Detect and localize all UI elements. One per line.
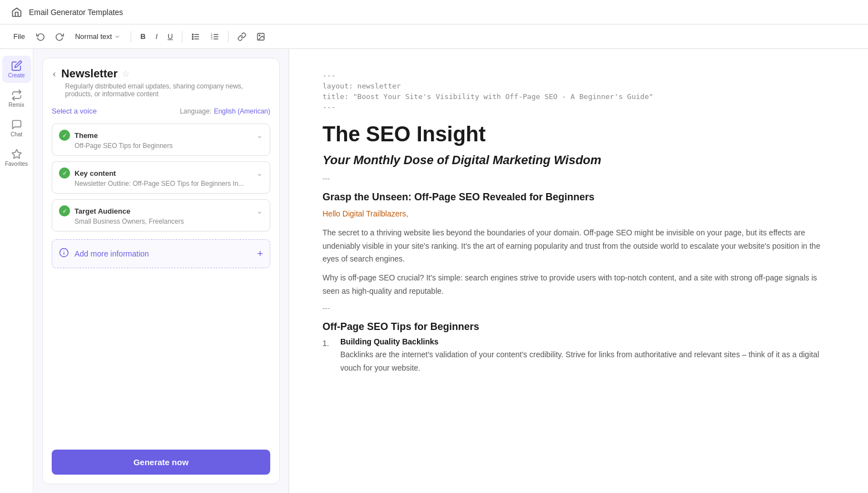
- underline-button[interactable]: U: [164, 30, 176, 43]
- key-content-value: Newsletter Outline: Off-Page SEO Tips fo…: [75, 180, 263, 188]
- italic-button[interactable]: I: [152, 30, 161, 43]
- content-sep-2: ---: [323, 304, 835, 312]
- content-sep-1: ---: [323, 174, 835, 183]
- field-theme-header: ✓ Theme ⌄: [59, 130, 263, 141]
- svg-text:3: 3: [211, 37, 212, 40]
- sidebar-label-remix: Remix: [8, 102, 24, 108]
- sidebar-label-chat: Chat: [11, 131, 22, 137]
- content-greeting: Hello Digital Trailblazers,: [323, 208, 835, 221]
- target-audience-chevron-icon: ⌄: [256, 206, 263, 215]
- sidebar-item-chat[interactable]: Chat: [2, 115, 31, 142]
- back-button[interactable]: ‹: [52, 68, 57, 80]
- field-target-audience[interactable]: ✓ Target Audience ⌄ Small Business Owner…: [52, 199, 270, 231]
- theme-check-icon: ✓: [59, 130, 70, 141]
- target-audience-label: Target Audience: [75, 207, 252, 215]
- tip-1-content: Building Quality Backlinks Backlinks are…: [340, 337, 835, 381]
- tip-1-label: Building Quality Backlinks: [340, 337, 835, 346]
- icon-sidebar: Create Remix Chat Favorites: [0, 49, 33, 493]
- theme-value: Off-Page SEO Tips for Beginners: [75, 142, 263, 150]
- numbered-list-button[interactable]: 1 2 3: [207, 30, 222, 43]
- field-theme[interactable]: ✓ Theme ⌄ Off-Page SEO Tips for Beginner…: [52, 124, 270, 156]
- left-panel: ‹ Newsletter ☆ Regularly distributed ema…: [33, 49, 289, 493]
- content-subtitle: Your Monthly Dose of Digital Marketing W…: [323, 153, 835, 167]
- panel-title: Newsletter: [61, 67, 117, 80]
- tip-1-num: 1.: [323, 337, 336, 375]
- svg-marker-14: [12, 150, 21, 159]
- svg-point-5: [192, 38, 193, 40]
- content-area: --- layout: newsletter title: "Boost You…: [289, 49, 868, 493]
- file-menu[interactable]: File: [9, 30, 29, 43]
- language-info: Language: English (American): [180, 106, 270, 116]
- top-bar: Email Generator Templates: [0, 0, 868, 24]
- key-content-label: Key content: [75, 169, 252, 178]
- style-label: Normal text: [75, 32, 112, 41]
- add-info-button[interactable]: Add more information +: [52, 239, 270, 268]
- target-audience-value: Small Business Owners, Freelancers: [75, 218, 263, 225]
- image-button[interactable]: [253, 30, 269, 43]
- content-meta-1: ---: [323, 71, 835, 80]
- theme-label: Theme: [75, 131, 252, 140]
- main-layout: Create Remix Chat Favorites ‹ N: [0, 49, 868, 493]
- sidebar-label-create: Create: [8, 72, 24, 78]
- field-target-audience-header: ✓ Target Audience ⌄: [59, 205, 263, 216]
- toolbar-separator-2: [182, 31, 182, 42]
- toolbar-separator-3: [228, 31, 229, 42]
- add-info-plus-icon: +: [257, 248, 263, 260]
- sidebar-item-favorites[interactable]: Favorites: [2, 144, 31, 171]
- key-content-chevron-icon: ⌄: [256, 169, 263, 178]
- generate-button[interactable]: Generate now: [52, 450, 270, 475]
- add-info-text: Add more information: [75, 249, 149, 258]
- select-voice-link[interactable]: Select a voice: [52, 107, 97, 115]
- add-info-left: Add more information: [59, 248, 149, 260]
- content-section-title: Grasp the Unseen: Off-Page SEO Revealed …: [323, 191, 835, 203]
- tip-1-row: 1. Building Quality Backlinks Backlinks …: [323, 337, 835, 381]
- panel-spacer: [52, 277, 270, 450]
- sidebar-item-create[interactable]: Create: [2, 56, 31, 83]
- home-icon[interactable]: [9, 4, 24, 20]
- sidebar-label-favorites: Favorites: [5, 161, 28, 167]
- favorite-icon[interactable]: ☆: [122, 68, 130, 79]
- target-audience-check-icon: ✓: [59, 205, 70, 216]
- field-key-content[interactable]: ✓ Key content ⌄ Newsletter Outline: Off-…: [52, 161, 270, 194]
- sidebar-item-remix[interactable]: Remix: [2, 85, 31, 112]
- svg-point-3: [192, 34, 193, 35]
- key-content-check-icon: ✓: [59, 167, 70, 179]
- voice-lang-row: Select a voice Language: English (Americ…: [52, 106, 270, 116]
- bold-button[interactable]: B: [137, 30, 148, 43]
- panel-header: ‹ Newsletter ☆: [52, 67, 270, 80]
- content-meta-title: title: "Boost Your Site's Visibility wit…: [323, 92, 835, 101]
- content-intro-p1: The secret to a thriving website lies be…: [323, 226, 835, 266]
- tip-1-body: Backlinks are the internet's validation …: [340, 348, 835, 375]
- content-tips-title: Off-Page SEO Tips for Beginners: [323, 321, 835, 333]
- link-button[interactable]: [234, 30, 250, 43]
- panel-description: Regularly distributed email updates, sha…: [65, 82, 270, 98]
- language-value[interactable]: English (American): [214, 107, 270, 115]
- text-style-selector[interactable]: Normal text: [71, 30, 125, 43]
- add-info-icon: [59, 248, 69, 260]
- content-main-title: The SEO Insight: [323, 122, 835, 146]
- content-meta-layout: layout: newsletter: [323, 82, 835, 90]
- toolbar-separator: [131, 31, 131, 42]
- toolbar: File Normal text B I U 1 2 3: [0, 24, 868, 49]
- content-meta-end: ---: [323, 103, 835, 111]
- panel-card: ‹ Newsletter ☆ Regularly distributed ema…: [42, 58, 280, 484]
- svg-point-13: [259, 34, 260, 36]
- svg-point-4: [192, 36, 193, 37]
- field-key-content-header: ✓ Key content ⌄: [59, 167, 263, 179]
- language-label: Language:: [180, 107, 211, 115]
- bullet-list-button[interactable]: [188, 30, 204, 43]
- undo-button[interactable]: [33, 30, 48, 43]
- app-title: Email Generator Templates: [29, 8, 123, 17]
- redo-button[interactable]: [52, 30, 67, 43]
- theme-chevron-icon: ⌄: [256, 131, 263, 140]
- content-intro-p2: Why is off-page SEO crucial? It's simple…: [323, 272, 835, 298]
